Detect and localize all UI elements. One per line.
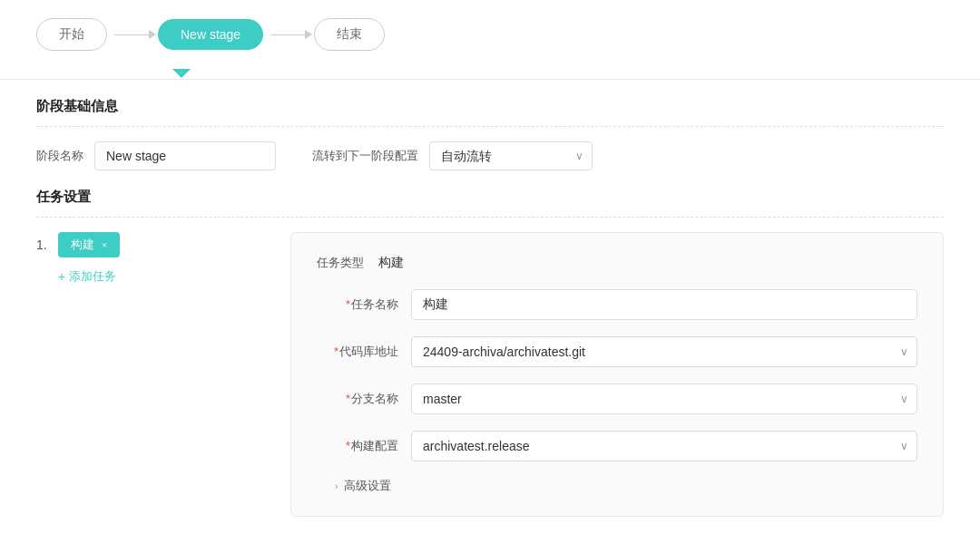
pipeline-header: 开始 New stage 结束 <box>0 0 980 69</box>
task-number-1: 1. <box>36 238 51 252</box>
branch-label: *分支名称 <box>317 391 398 407</box>
stage-end[interactable]: 结束 <box>314 18 385 51</box>
task-name-label: *任务名称 <box>317 296 398 313</box>
task-layout: 1. 构建 × + 添加任务 任务类型 构建 <box>36 232 944 517</box>
task-settings-section: 任务设置 1. 构建 × + 添加任务 <box>36 189 944 517</box>
build-config-select-wrapper: archivatest.release ∨ <box>411 431 917 461</box>
stage-start-pill[interactable]: 开始 <box>36 18 107 51</box>
task-item-row-1: 1. 构建 × <box>36 232 272 257</box>
task-type-value: 构建 <box>378 255 404 271</box>
arrow-2 <box>270 34 307 35</box>
task-type-row: 任务类型 构建 <box>317 255 917 271</box>
required-star-4: * <box>346 439 350 452</box>
build-config-field: *构建配置 archivatest.release ∨ <box>317 431 917 461</box>
task-name-field: *任务名称 <box>317 289 917 320</box>
repo-url-select-wrapper: 24409-archiva/archivatest.git ∨ <box>411 336 917 367</box>
advanced-settings-label: 高级设置 <box>344 478 391 494</box>
build-config-select[interactable]: archivatest.release <box>411 431 917 461</box>
flow-config-select[interactable]: 自动流转 手动流转 <box>429 141 593 170</box>
task-type-label: 任务类型 <box>317 255 364 271</box>
task-section-title: 任务设置 <box>36 189 944 218</box>
task-name-input[interactable] <box>411 289 917 320</box>
add-task-button[interactable]: + 添加任务 <box>36 268 272 285</box>
task-tag-1[interactable]: 构建 × <box>58 232 120 257</box>
flow-config-group: 流转到下一阶段配置 自动流转 手动流转 ∨ <box>312 141 593 170</box>
task-detail-panel: 任务类型 构建 *任务名称 *代码库地址 <box>290 232 944 517</box>
task-sidebar: 1. 构建 × + 添加任务 <box>36 232 290 517</box>
main-content: 阶段基础信息 阶段名称 流转到下一阶段配置 自动流转 手动流转 ∨ 任务设置 1… <box>0 80 980 534</box>
branch-select[interactable]: master <box>411 384 917 414</box>
stage-new-stage-pill[interactable]: New stage <box>158 19 263 50</box>
repo-url-field: *代码库地址 24409-archiva/archivatest.git ∨ <box>317 336 917 367</box>
stage-new-stage[interactable]: New stage <box>158 19 263 50</box>
repo-url-label: *代码库地址 <box>317 344 398 360</box>
advanced-chevron-icon: › <box>335 481 338 491</box>
repo-url-select[interactable]: 24409-archiva/archivatest.git <box>411 336 917 367</box>
flow-config-label: 流转到下一阶段配置 <box>312 148 418 164</box>
required-star-1: * <box>346 297 350 311</box>
basic-info-section-title: 阶段基础信息 <box>36 98 944 127</box>
add-task-label: 添加任务 <box>69 268 116 285</box>
stage-name-group: 阶段名称 <box>36 141 276 170</box>
add-task-plus-icon: + <box>58 269 65 284</box>
arrow-1 <box>114 34 151 35</box>
build-config-label: *构建配置 <box>317 438 398 454</box>
stage-start[interactable]: 开始 <box>36 18 107 51</box>
required-star-3: * <box>346 392 350 405</box>
flow-config-select-wrapper: 自动流转 手动流转 ∨ <box>429 141 593 170</box>
basic-info-form-row: 阶段名称 流转到下一阶段配置 自动流转 手动流转 ∨ <box>36 141 944 170</box>
advanced-settings-toggle[interactable]: › 高级设置 <box>317 478 917 494</box>
stage-name-input[interactable] <box>94 141 276 170</box>
required-star-2: * <box>334 345 338 358</box>
branch-select-wrapper: master ∨ <box>411 384 917 414</box>
task-tag-label-1: 构建 <box>71 237 94 253</box>
task-close-icon-1[interactable]: × <box>102 239 107 250</box>
stage-end-pill[interactable]: 结束 <box>314 18 385 51</box>
stage-name-label: 阶段名称 <box>36 148 83 164</box>
branch-field: *分支名称 master ∨ <box>317 384 917 414</box>
